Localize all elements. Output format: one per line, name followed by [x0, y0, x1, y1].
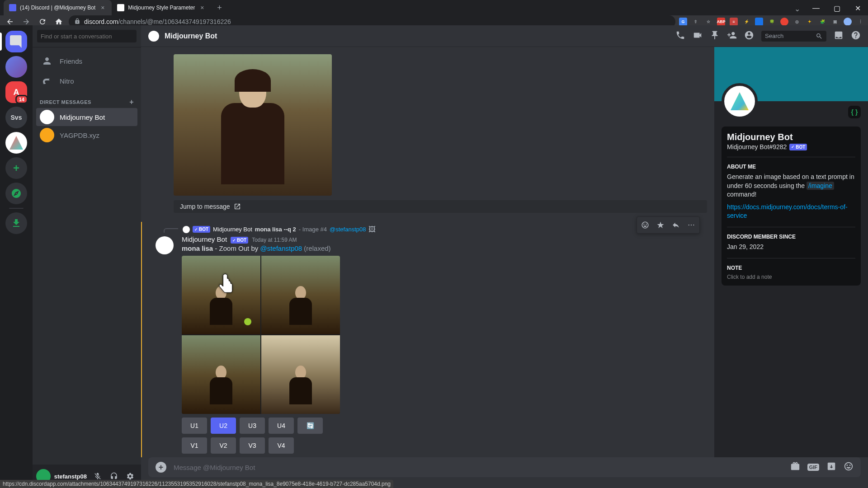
profile-tag: Midjourney Bot#9282 — [727, 143, 787, 150]
generated-image-large[interactable] — [174, 54, 332, 196]
new-tab-button[interactable]: + — [213, 1, 226, 14]
user-mention[interactable]: @stefanstp08 — [260, 244, 302, 252]
close-window-button[interactable]: ✕ — [847, 0, 868, 16]
messages-container[interactable]: Jump to message ⋯ ✓BOT Mid — [141, 47, 714, 457]
grid-image-4[interactable] — [261, 335, 340, 414]
user-profile-button[interactable] — [744, 30, 754, 42]
voice-call-button[interactable] — [675, 30, 685, 42]
message-author[interactable]: Midjourney Bot — [182, 235, 227, 243]
reply-spine — [164, 228, 178, 233]
maximize-button[interactable]: ▢ — [826, 0, 847, 16]
apple-detail — [244, 318, 251, 325]
nitro-button[interactable]: Nitro — [36, 71, 137, 91]
grid-image-2[interactable] — [261, 256, 340, 334]
browser-tab-midjourney[interactable]: Midjourney Style Parameter × — [112, 0, 211, 15]
friends-button[interactable]: Friends — [36, 51, 137, 71]
reroll-button[interactable]: 🔄 — [297, 418, 323, 434]
search-input[interactable]: Search — [761, 31, 826, 42]
share-icon[interactable]: ⇧ — [692, 18, 700, 26]
sidepanel-icon[interactable]: ▣ — [831, 18, 839, 26]
reply-button[interactable] — [669, 218, 683, 232]
profile-avatar[interactable] — [722, 83, 758, 119]
message-block: ⋯ ✓BOT Midjourney Bot mona lisa --q 2 - … — [141, 222, 707, 458]
dm-search-wrap — [33, 25, 141, 47]
ext-icon[interactable]: ✦ — [806, 18, 814, 26]
browser-tab-discord[interactable]: (14) Discord | @Midjourney Bot × — [4, 0, 112, 15]
add-server-button[interactable]: + — [5, 157, 27, 179]
friends-icon — [40, 54, 54, 68]
find-conversation-input[interactable] — [37, 30, 137, 42]
bookmark-icon[interactable]: ☆ — [704, 18, 712, 26]
u1-button[interactable]: U1 — [182, 418, 207, 434]
chat-header: Midjourney Bot Search — [141, 25, 868, 47]
grid-image-3[interactable] — [182, 335, 260, 414]
u4-button[interactable]: U4 — [269, 418, 294, 434]
create-dm-button[interactable]: + — [129, 98, 134, 106]
reply-reference[interactable]: ✓BOT Midjourney Bot mona lisa --q 2 - Im… — [164, 225, 700, 234]
message-actions: ⋯ — [637, 216, 700, 234]
close-icon[interactable]: × — [99, 4, 106, 11]
server-red-button[interactable]: A 14 — [5, 81, 27, 103]
mona-lisa-figure — [221, 71, 284, 189]
emoji-button[interactable] — [844, 461, 854, 474]
tos-link[interactable]: https://docs.midjourney.com/docs/terms-o… — [727, 203, 848, 220]
super-reaction-button[interactable] — [653, 218, 668, 232]
ext-icon[interactable]: 🍀 — [768, 18, 776, 26]
profile-badges-button[interactable]: { } — [848, 106, 861, 118]
explore-servers-button[interactable] — [5, 183, 27, 204]
add-reaction-button[interactable] — [638, 218, 652, 232]
minimize-button[interactable]: — — [806, 0, 826, 16]
ext-icon[interactable]: ◎ — [793, 18, 801, 26]
discord-favicon-icon — [9, 4, 16, 11]
ext-icon[interactable] — [755, 18, 763, 26]
username[interactable]: stefanstp08 — [54, 473, 87, 480]
u2-button[interactable]: U2 — [211, 418, 236, 434]
image-grid-result[interactable] — [182, 256, 340, 414]
chat-title[interactable]: Midjourney Bot — [165, 32, 670, 40]
add-friends-button[interactable] — [727, 30, 737, 42]
message-content: mona lisa - Zoom Out by @stefanstp08 (re… — [182, 244, 700, 252]
google-icon[interactable]: G — [679, 18, 687, 26]
main-chat-area: Midjourney Bot Search — [141, 25, 868, 488]
ext-icon[interactable]: ≡ — [730, 18, 738, 26]
dm-name: YAGPDB.xyz — [60, 131, 99, 139]
v3-button[interactable]: V3 — [240, 437, 265, 454]
note-input[interactable]: Click to add a note — [727, 274, 855, 280]
extensions-icon[interactable]: 🧩 — [818, 18, 826, 26]
message-input[interactable]: + Message @Midjourney Bot GIF — [148, 457, 861, 477]
more-actions-button[interactable]: ⋯ — [684, 218, 698, 232]
menu-icon[interactable]: ⋮ — [856, 18, 864, 26]
server-midjourney-button[interactable] — [5, 132, 27, 154]
dm-midjourney-bot[interactable]: Midjourney Bot — [36, 108, 137, 126]
ext-icon[interactable] — [780, 18, 788, 26]
dm-list: Friends Nitro DIRECT MESSAGES + Midjourn… — [33, 47, 141, 465]
download-apps-button[interactable] — [5, 212, 27, 234]
ext-icon[interactable]: ⚡ — [742, 18, 750, 26]
pinned-messages-button[interactable] — [710, 30, 720, 42]
v2-button[interactable]: V2 — [211, 437, 236, 454]
dm-yagpdb[interactable]: YAGPDB.xyz — [36, 126, 137, 144]
u3-button[interactable]: U3 — [240, 418, 265, 434]
server-avatar-button[interactable] — [5, 56, 27, 78]
message-avatar[interactable] — [156, 236, 174, 254]
v4-button[interactable]: V4 — [269, 437, 294, 454]
attach-button[interactable]: + — [156, 462, 166, 473]
close-icon[interactable]: × — [198, 4, 206, 11]
v1-button[interactable]: V1 — [182, 437, 207, 454]
gift-button[interactable] — [790, 461, 800, 474]
gif-button[interactable]: GIF — [807, 464, 819, 471]
direct-messages-button[interactable] — [5, 31, 27, 52]
help-button[interactable] — [851, 30, 861, 42]
video-call-button[interactable] — [693, 30, 703, 42]
abp-icon[interactable]: ABP — [717, 18, 725, 26]
sticker-button[interactable] — [826, 461, 836, 474]
inbox-button[interactable] — [834, 30, 844, 42]
imagine-command: /imagine — [807, 182, 834, 190]
midjourney-favicon-icon — [117, 4, 124, 11]
chevron-down-icon[interactable]: ⌄ — [794, 5, 800, 13]
grid-image-1[interactable] — [182, 256, 260, 334]
jump-to-message-button[interactable]: Jump to message — [174, 200, 707, 213]
profile-avatar-icon[interactable] — [844, 18, 852, 26]
bot-tag: ✓BOT — [231, 237, 248, 244]
server-svs-button[interactable]: Svs — [5, 107, 27, 128]
